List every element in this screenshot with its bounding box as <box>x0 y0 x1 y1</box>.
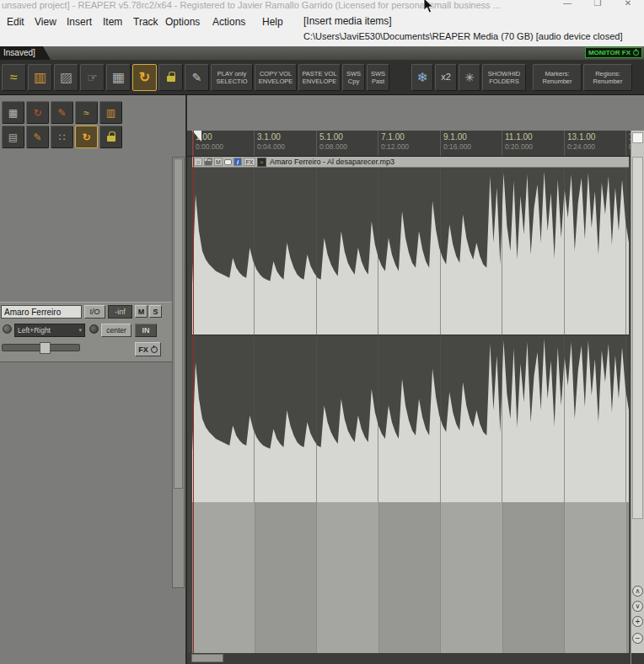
dots-icon: ∷ <box>59 131 66 143</box>
paste-vol-envelope-button[interactable]: PASTE VOLENVELOPE <box>298 64 341 91</box>
project-tab[interactable]: Insaved] <box>0 46 51 60</box>
mouse-cursor <box>423 0 435 15</box>
item-group-button[interactable]: ○ <box>194 158 202 166</box>
button-label: Past <box>372 78 384 85</box>
hand-tool-button[interactable]: ☞ <box>80 64 105 91</box>
titlebar[interactable]: unsaved project] - REAPER v5.78rc2/x64 -… <box>0 0 644 11</box>
track-control-panel: ▦ ↻ ✎ ≈ ▥ ▤ ✎ ∷ ↻ I/O -inf M S Left+Righ… <box>0 95 187 664</box>
pan-center-button[interactable]: center <box>101 324 131 337</box>
x2-button[interactable]: x2 <box>435 64 457 91</box>
grid-mini-button[interactable]: ▦ <box>2 101 24 124</box>
tcp-scrollbar-thumb[interactable] <box>174 158 183 489</box>
item-fx-button[interactable]: FX <box>244 158 255 166</box>
hatch-button[interactable]: ▨ <box>54 64 78 91</box>
grid-rows-icon: ▤ <box>8 131 18 143</box>
markers-renumber-button[interactable]: Markers:Renumber <box>533 64 582 91</box>
menu-actions[interactable]: Actions <box>212 16 245 28</box>
zoom-out-button[interactable]: − <box>632 633 643 644</box>
vertical-scrollbar[interactable]: ∧ ∨ + − <box>631 131 644 664</box>
vscroll-thumb[interactable] <box>632 157 643 519</box>
item-info-button[interactable]: i <box>233 158 242 166</box>
menu-insert[interactable]: Insert <box>67 16 92 28</box>
timeline-ruler[interactable]: 1.000:00.000 3.1.000:04.000 5.1.000:08.0… <box>187 131 631 157</box>
unfreeze-button[interactable]: ✳ <box>459 64 480 91</box>
zigzag-mini-button[interactable]: ≈ <box>75 101 98 124</box>
fx-button[interactable]: FX <box>135 342 161 356</box>
sws-paste-button[interactable]: SWSPast <box>367 64 389 91</box>
media-item-header[interactable]: ○ M i FX ≈ Amaro Ferreiro - Al desaparec… <box>192 157 629 168</box>
envelope-pen-mini-button[interactable]: ✎ <box>26 126 49 148</box>
lock-button[interactable] <box>158 64 183 91</box>
ruler-label: 5.1.000:08.000 <box>316 131 347 157</box>
pencil-icon: ✎ <box>57 107 66 119</box>
copy-vol-envelope-button[interactable]: COPY VOLENVELOPE <box>255 64 297 91</box>
fx-label: FX <box>138 345 148 354</box>
maximize-button[interactable]: ❐ <box>585 0 610 8</box>
routing-value: Left+Right <box>18 326 51 335</box>
fader-thumb[interactable] <box>40 342 51 354</box>
main-toolbar: ≈ ▥ ▨ ☞ ▦ ↻ ✎ PLAY onlySELECTIO COPY VOL… <box>0 60 644 95</box>
scroll-top-box[interactable] <box>632 132 643 143</box>
item-notes-icon[interactable] <box>224 159 232 165</box>
scroll-up-button[interactable]: ∧ <box>632 586 643 597</box>
track-name-input[interactable] <box>1 305 82 319</box>
item-waveform-area[interactable] <box>192 168 629 502</box>
pencil-button[interactable]: ✎ <box>185 64 209 91</box>
volume-fader[interactable] <box>2 344 80 351</box>
split-bars-button[interactable]: ▥ <box>28 64 52 91</box>
monitor-fx-button[interactable]: MONITOR FX <box>585 47 642 58</box>
lock-icon <box>167 76 175 82</box>
track-1-control[interactable]: I/O -inf M S Left+Right ▾ center IN FX <box>0 302 172 362</box>
monitor-fx-label: MONITOR FX <box>588 48 631 57</box>
measure-band <box>564 502 626 653</box>
sws-copy-button[interactable]: SWSCpy <box>342 64 365 91</box>
menu-view[interactable]: View <box>35 16 56 28</box>
menu-options[interactable]: Options <box>165 16 200 28</box>
mute-button[interactable]: M <box>135 305 148 318</box>
bars-mini-button[interactable]: ▥ <box>99 101 122 124</box>
close-button[interactable]: ✕ <box>615 0 641 8</box>
grid-button[interactable]: ▦ <box>106 64 131 91</box>
measure-band <box>192 502 255 653</box>
menu-item[interactable]: Item <box>103 16 122 28</box>
arrange-area[interactable]: ○ M i FX ≈ Amaro Ferreiro - Al desaparec… <box>187 157 631 653</box>
freeze-button[interactable]: ❄ <box>411 64 433 91</box>
measure-band <box>316 502 378 653</box>
lock-mini-button[interactable] <box>99 126 122 148</box>
item-mute-button[interactable]: M <box>214 158 223 166</box>
loop-button[interactable]: ↻ <box>132 64 157 91</box>
loop-red-mini-button[interactable]: ↻ <box>26 101 49 124</box>
loop-orange-mini-button[interactable]: ↻ <box>75 126 98 148</box>
routing-dropdown[interactable]: Left+Right ▾ <box>14 324 85 337</box>
action-hint: [Insert media items] <box>303 15 392 27</box>
regions-renumber-button[interactable]: Regions:Renumber <box>583 64 632 91</box>
tcp-scrollbar[interactable] <box>172 157 185 588</box>
menu-edit[interactable]: Edit <box>7 16 24 28</box>
mini-toolbar: ▦ ↻ ✎ ≈ ▥ ▤ ✎ ∷ ↻ <box>2 101 128 148</box>
io-button[interactable]: I/O <box>84 305 105 319</box>
item-lock-button[interactable] <box>204 158 212 166</box>
menu-help[interactable]: Help <box>262 16 283 28</box>
zoom-in-button[interactable]: + <box>632 616 643 627</box>
solo-button[interactable]: S <box>149 305 162 318</box>
gridline <box>254 168 255 502</box>
play-selected-button[interactable]: PLAY onlySELECTIO <box>211 64 253 91</box>
horizontal-scrollbar[interactable] <box>187 653 631 664</box>
minimize-button[interactable]: — <box>555 0 580 8</box>
grid-icon: ▦ <box>112 69 125 85</box>
scroll-down-button[interactable]: ∨ <box>632 601 643 612</box>
record-arm-button[interactable] <box>3 324 12 334</box>
draw-curve-mini-button[interactable]: ✎ <box>51 101 73 124</box>
menu-track[interactable]: Track <box>133 16 158 28</box>
grid-rows-mini-button[interactable]: ▤ <box>2 126 24 148</box>
hscroll-thumb[interactable] <box>191 654 223 662</box>
button-label: ENVELOPE <box>259 78 292 85</box>
media-item[interactable]: ○ M i FX ≈ Amaro Ferreiro - Al desaparec… <box>192 157 629 502</box>
hand-icon: ☞ <box>87 71 98 84</box>
dots-mini-button[interactable]: ∷ <box>51 126 73 148</box>
ruler-label: 7.1.000:12.000 <box>378 131 409 157</box>
show-hide-folders-button[interactable]: SHOW/HIDFOLDERS <box>482 64 526 91</box>
waveform-pen-button[interactable]: ≈ <box>2 64 26 91</box>
pan-knob[interactable] <box>89 324 99 334</box>
input-button[interactable]: IN <box>135 324 157 337</box>
